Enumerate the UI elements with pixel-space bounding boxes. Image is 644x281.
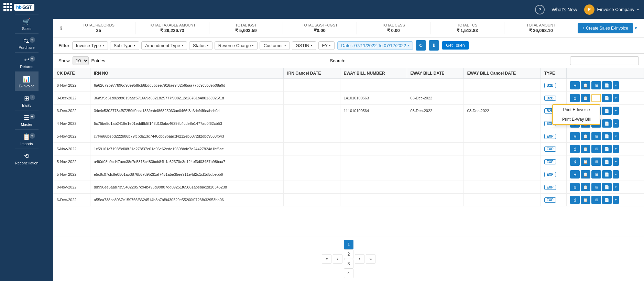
filter-btn-customer[interactable]: Customer ▾	[260, 41, 290, 50]
action-print-btn-8[interactable]: 🖨	[570, 183, 580, 191]
sidebar-item-master[interactable]: ☰ Master +	[15, 110, 38, 129]
sidebar-item-imports[interactable]: 📋 Imports +	[15, 129, 38, 149]
action-dropdown-btn-8[interactable]: ▾	[613, 183, 619, 191]
action-irn-btn-6[interactable]: 📋	[581, 158, 590, 166]
sidebar-plus-returns[interactable]: +	[30, 56, 35, 62]
cell-8-0: 8-Nov-2022	[53, 181, 90, 194]
entries-select[interactable]: 10 25 50	[73, 56, 89, 65]
sidebar-icon-master: ☰	[24, 114, 29, 121]
cell-type-4: EXP	[541, 130, 567, 143]
sidebar-item-sales[interactable]: 🛒 Sales	[15, 14, 38, 33]
filter-btn-gstin[interactable]: GSTIN ▾	[292, 41, 316, 50]
get-token-button[interactable]: Get Token	[442, 41, 469, 50]
action-irn-btn-0[interactable]: 📋	[581, 81, 590, 89]
action-dropdown-btn-3[interactable]: ▾	[613, 119, 619, 128]
action-dropdown-btn-0[interactable]: ▾	[613, 81, 619, 89]
sidebar-plus-purchase[interactable]: +	[30, 37, 35, 43]
action-view-btn-1[interactable]: 🖥 Print E-Invoice Print E-Way Bill	[591, 94, 601, 102]
filter-btn-invoice-type[interactable]: Invoice Type ▾	[72, 41, 108, 50]
sidebar-item-eway[interactable]: ⊞ Eway +	[15, 91, 38, 110]
action-dropdown-btn-5[interactable]: ▾	[613, 145, 619, 153]
filter-caret-status: ▾	[207, 44, 209, 47]
action-dropdown-btn-4[interactable]: ▾	[613, 132, 619, 140]
filter-btn-sub-type[interactable]: Sub Type ▾	[110, 41, 140, 50]
action-irn-btn-8[interactable]: 📋	[581, 183, 590, 191]
cell-7-3	[340, 168, 407, 181]
action-extra-btn-5[interactable]: 📄	[602, 145, 612, 153]
action-dropdown-btn-7[interactable]: ▾	[613, 170, 619, 179]
action-extra-btn-2[interactable]: 📄	[602, 107, 612, 115]
action-view-btn-5[interactable]: 🖥	[591, 145, 601, 153]
sidebar-item-purchase[interactable]: 🛍 Purchase +	[15, 33, 38, 52]
help-icon[interactable]: ?	[535, 5, 545, 14]
action-irn-btn-4[interactable]: 📋	[581, 132, 590, 140]
action-irn-btn-7[interactable]: 📋	[581, 170, 590, 179]
action-print-btn-1[interactable]: 🖨	[570, 94, 580, 102]
action-print-btn-7[interactable]: 🖨	[570, 170, 580, 179]
search-input[interactable]	[570, 56, 639, 65]
pagination-prev[interactable]: ‹	[333, 254, 342, 264]
summary-item-2: Total IGST ₹ 5,603.59	[209, 22, 283, 34]
action-view-btn-9[interactable]: 🖥	[591, 196, 601, 204]
action-extra-btn-3[interactable]: 📄	[602, 119, 612, 128]
action-extra-btn-6[interactable]: 📄	[602, 158, 612, 166]
sidebar-item-reconciliation[interactable]: ⟲ Reconciliation	[15, 149, 38, 168]
pagination-last[interactable]: »	[366, 254, 375, 264]
filter-btn-reverse-charge[interactable]: Reverse Charge ▾	[215, 41, 258, 50]
sidebar-item-e-invoice[interactable]: 📊 E-Invoice	[15, 72, 38, 91]
action-irn-btn-9[interactable]: 📋	[581, 196, 590, 204]
pagination-next[interactable]: ›	[355, 254, 364, 264]
download-button[interactable]: ⬇	[429, 40, 439, 51]
grid-menu-icon[interactable]	[3, 3, 12, 11]
pagination-first[interactable]: «	[322, 254, 331, 264]
action-view-btn-0[interactable]: 🖥	[591, 81, 601, 89]
action-print-btn-0[interactable]: 🖨	[570, 81, 580, 89]
pagination-page-4[interactable]: 4	[344, 269, 353, 278]
pagination-page-2[interactable]: 2	[344, 249, 353, 259]
action-irn-btn-1[interactable]: 📋	[581, 94, 590, 102]
action-print-btn-4[interactable]: 🖨	[570, 132, 580, 140]
action-dropdown-btn-6[interactable]: ▾	[613, 158, 619, 166]
action-view-btn-7[interactable]: 🖥	[591, 170, 601, 179]
filter-btn-amendment-type[interactable]: Amendment Type ▾	[141, 41, 187, 50]
action-extra-btn-1[interactable]: 📄	[602, 94, 612, 102]
sidebar-plus-master[interactable]: +	[30, 114, 35, 119]
pagination-page-3[interactable]: 3	[344, 259, 353, 269]
logo-gst: GST	[22, 4, 32, 10]
action-extra-btn-0[interactable]: 📄	[602, 81, 612, 89]
filter-btn-status[interactable]: Status ▾	[189, 41, 212, 50]
cell-7-1: e5c9c07cfc8e0501a53876b67d9b2f1af7451a5e…	[90, 168, 283, 181]
action-dropdown-btn-1[interactable]: ▾	[613, 94, 619, 102]
filter-btn-fy[interactable]: FY ▾	[318, 41, 335, 50]
print-einvoice-option[interactable]: Print E-Invoice	[553, 105, 600, 115]
action-view-btn-6[interactable]: 🖥	[591, 158, 601, 166]
sidebar-item-returns[interactable]: ↩ Returns +	[15, 52, 38, 72]
action-extra-btn-9[interactable]: 📄	[602, 196, 612, 204]
action-dropdown-btn-9[interactable]: ▾	[613, 196, 619, 204]
whats-new-link[interactable]: What's New	[552, 7, 577, 12]
action-print-btn-5[interactable]: 🖨	[570, 145, 580, 153]
action-extra-btn-4[interactable]: 📄	[602, 132, 612, 140]
action-print-btn-9[interactable]: 🖨	[570, 196, 580, 204]
filter-btn-label-gstin: GSTIN	[296, 43, 309, 48]
action-view-btn-4[interactable]: 🖥	[591, 132, 601, 140]
user-badge[interactable]: E Einvoice Company ▾	[584, 4, 639, 15]
sidebar-plus-imports[interactable]: +	[30, 133, 35, 139]
action-print-btn-6[interactable]: 🖨	[570, 158, 580, 166]
cell-9-4	[407, 194, 463, 206]
sidebar-plus-eway[interactable]: +	[30, 95, 35, 100]
refresh-button[interactable]: ↻	[416, 40, 426, 51]
pagination-page-1[interactable]: 1	[344, 240, 353, 249]
action-extra-btn-7[interactable]: 📄	[602, 170, 612, 179]
action-irn-btn-5[interactable]: 📋	[581, 145, 590, 153]
date-filter-button[interactable]: Date : 07/11/2022 To 07/12/2022 ▾	[337, 41, 413, 50]
company-dropdown-icon[interactable]: ▾	[637, 8, 639, 11]
cell-6-2	[284, 155, 340, 168]
action-extra-btn-8[interactable]: 📄	[602, 183, 612, 191]
cell-actions-6: 🖨 📋 🖥 📄 ▾	[567, 155, 644, 168]
create-dropdown-icon[interactable]: ▾	[635, 25, 637, 31]
print-eway-bill-option[interactable]: Print E-Way Bill	[553, 115, 600, 124]
action-dropdown-btn-2[interactable]: ▾	[613, 107, 619, 115]
create-sales-einvoice-button[interactable]: + Create Sales E-Invoice	[578, 23, 633, 33]
action-view-btn-8[interactable]: 🖥	[591, 183, 601, 191]
